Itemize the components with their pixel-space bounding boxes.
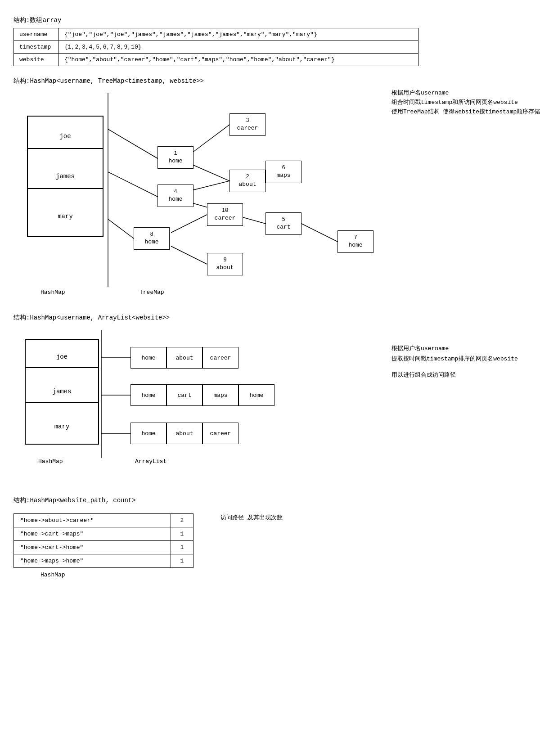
array-key: website bbox=[14, 54, 59, 66]
user-james-al: james bbox=[26, 381, 98, 403]
section2: 结构:HashMap<username, TreeMap<timestamp, … bbox=[14, 77, 544, 305]
path-key: "home->maps->home" bbox=[14, 554, 171, 568]
hashmap-box-treemap: joe james mary bbox=[27, 116, 104, 237]
section3-title: 结构:HashMap<username, ArrayList<website>> bbox=[14, 314, 544, 322]
array-row: username{"joe","joe","joe","james","jame… bbox=[14, 28, 418, 41]
node-james-7: 7 home bbox=[338, 230, 374, 253]
al-james-home1: home bbox=[130, 384, 166, 406]
array-row: timestamp{1,2,3,4,5,6,7,8,9,10} bbox=[14, 41, 418, 54]
array-table: username{"joe","joe","joe","james","jame… bbox=[14, 28, 418, 66]
array-value: {1,2,3,4,5,6,7,8,9,10} bbox=[59, 41, 418, 54]
arraylist-diagram: joe james mary home about career home ca… bbox=[14, 325, 392, 478]
node-mary-8: 8 home bbox=[134, 227, 170, 250]
svg-line-3 bbox=[194, 165, 230, 181]
path-key: "home->about->career" bbox=[14, 514, 171, 527]
hashmap-box-al: joe james mary bbox=[25, 339, 99, 445]
node-joe-1: 1 home bbox=[158, 146, 194, 169]
array-key: timestamp bbox=[14, 41, 59, 54]
node-mary-10: 10 career bbox=[207, 203, 243, 226]
section3: 结构:HashMap<username, ArrayList<website>>… bbox=[14, 314, 544, 487]
bottom-table-wrapper: "home->about->career"2"home->cart->maps"… bbox=[14, 509, 194, 578]
hashmap-path-table: "home->about->career"2"home->cart->maps"… bbox=[14, 513, 194, 568]
svg-line-4 bbox=[108, 172, 158, 197]
node-james-6: 6 maps bbox=[266, 161, 302, 183]
al-james-home2: home bbox=[238, 384, 274, 406]
arraylist-annotation: 根据用户名username 提取按时间戳timestamp排序的网页名websi… bbox=[392, 325, 544, 380]
al-james-maps: maps bbox=[202, 384, 238, 406]
svg-line-8 bbox=[108, 219, 135, 239]
section4-title: 结构:HashMap<website_path, count> bbox=[14, 496, 544, 504]
array-value: {"home","about","career","home","cart","… bbox=[59, 54, 418, 66]
path-row: "home->cart->home"1 bbox=[14, 541, 194, 554]
svg-line-9 bbox=[171, 215, 207, 233]
hashmap-label-al: HashMap bbox=[38, 458, 63, 465]
arraylist-label-al: ArrayList bbox=[135, 458, 166, 465]
al-james-cart: cart bbox=[166, 384, 202, 406]
path-row: "home->about->career"2 bbox=[14, 514, 194, 527]
al-mary-about: about bbox=[166, 423, 202, 444]
svg-line-7 bbox=[302, 224, 338, 242]
al-joe-career: career bbox=[202, 347, 238, 369]
array-key: username bbox=[14, 28, 59, 41]
path-key: "home->cart->home" bbox=[14, 541, 171, 554]
bottom-annotation: 访问路径 及其出现次数 bbox=[220, 509, 283, 523]
section1-title: 结构:数组array bbox=[14, 16, 544, 24]
path-count: 1 bbox=[171, 541, 194, 554]
al-mary-career: career bbox=[202, 423, 238, 444]
al-mary-home: home bbox=[130, 423, 166, 444]
svg-line-1 bbox=[108, 129, 158, 158]
node-joe-2: 2 about bbox=[230, 170, 266, 192]
svg-line-2 bbox=[194, 125, 230, 152]
hashmap-label-tm: HashMap bbox=[40, 289, 65, 296]
section4: 结构:HashMap<website_path, count> "home->a… bbox=[14, 496, 544, 578]
al-joe-about: about bbox=[166, 347, 202, 369]
user-joe-tm: joe bbox=[28, 125, 103, 149]
al-joe-home: home bbox=[130, 347, 166, 369]
path-count: 1 bbox=[171, 554, 194, 568]
array-value: {"joe","joe","joe","james","james","jame… bbox=[59, 28, 418, 41]
path-row: "home->cart->maps"1 bbox=[14, 527, 194, 541]
bottom-section: "home->about->career"2"home->cart->maps"… bbox=[14, 509, 544, 578]
node-mary-9: 9 about bbox=[207, 253, 243, 275]
treemap-annotation: 根据用户名username 组合时间戳timestamp和所访问网页名websi… bbox=[392, 89, 544, 117]
path-key: "home->cart->maps" bbox=[14, 527, 171, 541]
path-count: 1 bbox=[171, 527, 194, 541]
path-row: "home->maps->home"1 bbox=[14, 554, 194, 568]
user-mary-al: mary bbox=[26, 416, 98, 437]
user-joe-al: joe bbox=[26, 346, 98, 368]
hashmap-label-bottom: HashMap bbox=[40, 572, 194, 578]
node-james-4: 4 home bbox=[158, 184, 194, 207]
section2-title: 结构:HashMap<username, TreeMap<timestamp, … bbox=[14, 77, 544, 85]
node-james-5: 5 cart bbox=[266, 212, 302, 235]
user-james-tm: james bbox=[28, 165, 103, 189]
user-mary-tm: mary bbox=[28, 205, 103, 228]
section1: 结构:数组array username{"joe","joe","joe","j… bbox=[14, 16, 544, 66]
treemap-diagram: joe james mary 1 home 3 career 2 about 4… bbox=[14, 89, 544, 305]
path-count: 2 bbox=[171, 514, 194, 527]
svg-line-10 bbox=[171, 246, 207, 264]
treemap-label-tm: TreeMap bbox=[140, 289, 164, 296]
array-row: website{"home","about","career","home","… bbox=[14, 54, 418, 66]
node-joe-3: 3 career bbox=[230, 113, 266, 136]
